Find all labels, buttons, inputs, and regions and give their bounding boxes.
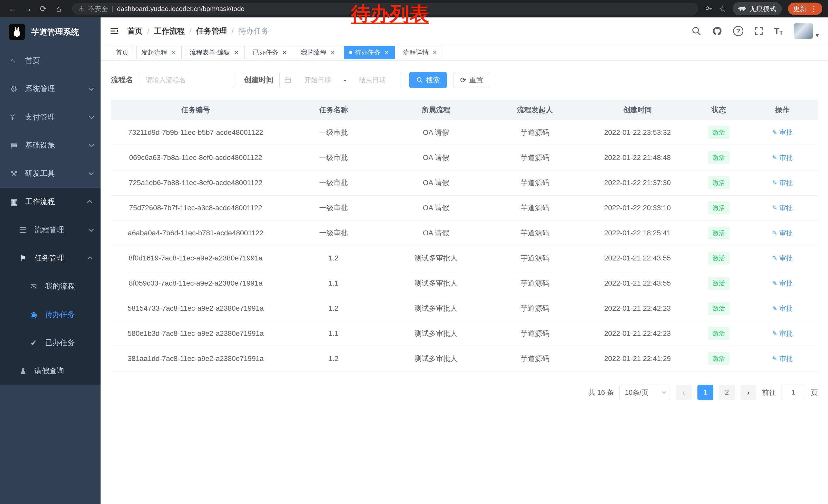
task-process-cell: 测试多审批人: [386, 296, 486, 321]
browser-back-icon[interactable]: ←: [6, 4, 19, 13]
tab-close-icon[interactable]: ×: [281, 49, 288, 56]
sidebar-item-label: 流程管理: [34, 225, 89, 235]
approve-link[interactable]: ✎ 审批: [772, 229, 793, 238]
app-shell: 芋道管理系统 ⌂ 首页 ⚙ 系统管理 ¥ 支付管理 ▤ 基础设施: [0, 17, 828, 504]
tab-close-icon[interactable]: ×: [170, 49, 177, 56]
tab-close-icon[interactable]: ×: [431, 49, 439, 56]
approve-link[interactable]: ✎ 审批: [772, 329, 793, 338]
sidebar-item-dev-tools[interactable]: ⚒ 研发工具: [0, 159, 100, 188]
page-size-select[interactable]: 10条/页: [619, 385, 670, 400]
github-icon[interactable]: [712, 26, 722, 36]
help-icon[interactable]: ?: [733, 26, 743, 36]
task-action-cell: ✎ 审批: [747, 120, 818, 145]
date-range-picker[interactable]: 开始日期 - 结束日期: [279, 72, 402, 88]
search-icon[interactable]: [692, 26, 701, 36]
search-button[interactable]: 搜索: [409, 72, 447, 88]
approve-link[interactable]: ✎ 审批: [772, 178, 793, 187]
col-header-process: 所属流程: [386, 100, 486, 120]
approve-link[interactable]: ✎ 审批: [772, 203, 793, 213]
sidebar-item-payment-mgmt[interactable]: ¥ 支付管理: [0, 103, 100, 131]
tab-close-icon[interactable]: ×: [233, 49, 240, 56]
task-created-cell: 2022-01-21 22:42:23: [584, 296, 690, 321]
page-button-2[interactable]: 2: [719, 385, 735, 400]
end-date-placeholder[interactable]: 结束日期: [347, 76, 397, 85]
task-status-cell: 激活: [691, 221, 747, 245]
browser-menu-icon[interactable]: ⋮: [810, 5, 817, 13]
tab-home[interactable]: 首页: [111, 46, 133, 59]
breadcrumb-workflow[interactable]: 工作流程: [154, 26, 185, 36]
sidebar-item-system-mgmt[interactable]: ⚙ 系统管理: [0, 75, 100, 103]
task-table-body: 73211d9d-7b9b-11ec-b5b7-acde48001122 一级审…: [111, 120, 818, 371]
prev-page-button[interactable]: ‹: [676, 385, 692, 400]
tab-close-icon[interactable]: ×: [383, 49, 390, 56]
approve-link[interactable]: ✎ 审批: [772, 279, 793, 288]
reset-button[interactable]: ⟳ 重置: [453, 72, 490, 88]
breadcrumb-task-mgmt[interactable]: 任务管理: [196, 26, 227, 36]
goto-page-input[interactable]: [782, 385, 805, 400]
page-button-1[interactable]: 1: [697, 385, 713, 400]
sidebar-item-home[interactable]: ⌂ 首页: [0, 47, 100, 75]
browser-forward-icon[interactable]: →: [21, 4, 35, 13]
tab-form-edit[interactable]: 流程表单-编辑 ×: [185, 46, 245, 59]
task-status-cell: 激活: [691, 245, 747, 271]
tab-todo-tasks[interactable]: 待办任务 ×: [344, 46, 395, 59]
password-key-icon[interactable]: [705, 4, 713, 13]
approve-link[interactable]: ✎ 审批: [772, 128, 793, 137]
tab-close-icon[interactable]: ×: [329, 49, 336, 56]
bookmark-star-icon[interactable]: ☆: [719, 4, 727, 13]
tab-start-process[interactable]: 发起流程 ×: [136, 46, 181, 59]
page-content: 流程名 创建时间 开始日期 - 结束日期: [100, 60, 828, 416]
sidebar-menu: ⌂ 首页 ⚙ 系统管理 ¥ 支付管理 ▤ 基础设施 ⚒ 研发工具: [0, 47, 100, 385]
next-page-button[interactable]: ›: [741, 385, 756, 400]
address-bar[interactable]: ⚠ 不安全 | dashboard.yudao.iocoder.cn/bpm/t…: [72, 3, 699, 15]
task-name-cell: 1.2: [280, 245, 386, 271]
tab-process-detail[interactable]: 流程详情 ×: [398, 46, 443, 59]
task-process-cell: 测试多审批人: [386, 346, 486, 371]
approve-label: 审批: [779, 354, 793, 363]
sidebar-item-process-mgmt[interactable]: ☰ 流程管理: [0, 216, 100, 244]
task-action-cell: ✎ 审批: [747, 346, 818, 371]
sidebar-item-workflow[interactable]: ▦ 工作流程: [0, 188, 100, 216]
avatar[interactable]: [794, 23, 813, 39]
start-date-placeholder[interactable]: 开始日期: [293, 76, 342, 85]
search-icon: [416, 77, 423, 83]
approve-link[interactable]: ✎ 审批: [772, 254, 793, 263]
browser-chrome: ← → ⟳ ⌂ ⚠ 不安全 | dashboard.yudao.iocoder.…: [0, 0, 828, 17]
security-warning-icon[interactable]: ⚠: [79, 5, 84, 13]
user-menu[interactable]: ▾: [794, 23, 819, 39]
sidebar-item-todo-tasks[interactable]: ◉ 待办任务: [0, 301, 100, 329]
task-action-cell: ✎ 审批: [747, 321, 818, 346]
sidebar-item-my-processes[interactable]: ✉ 我的流程: [0, 272, 100, 301]
security-label: 不安全: [88, 4, 108, 13]
task-created-cell: 2022-01-21 22:43:55: [584, 245, 690, 271]
sidebar-item-label: 工作流程: [25, 197, 89, 207]
collapse-sidebar-icon[interactable]: [109, 26, 120, 36]
sidebar-item-done-tasks[interactable]: ✔ 已办任务: [0, 329, 100, 357]
task-initiator-cell: 芋道源码: [486, 221, 585, 245]
sidebar-item-leave-query[interactable]: ♟ 请假查询: [0, 357, 100, 385]
approve-link[interactable]: ✎ 审批: [772, 304, 793, 313]
sidebar-item-task-mgmt[interactable]: ⚑ 任务管理: [0, 244, 100, 272]
fullscreen-icon[interactable]: [754, 27, 763, 36]
breadcrumb-home[interactable]: 首页: [127, 26, 142, 36]
tab-my-processes[interactable]: 我的流程 ×: [296, 46, 341, 59]
list-icon: ☰: [19, 225, 31, 235]
browser-reload-icon[interactable]: ⟳: [36, 4, 50, 13]
process-name-input[interactable]: [139, 72, 234, 88]
table-row: 8f0d1619-7ac8-11ec-a9e2-a2380e71991a 1.2…: [111, 245, 818, 271]
tab-done-tasks[interactable]: 已办任务 ×: [248, 46, 293, 59]
approve-link[interactable]: ✎ 审批: [772, 153, 793, 162]
tab-label: 我的流程: [301, 48, 327, 57]
col-header-created: 创建时间: [584, 100, 690, 120]
task-process-cell: 测试多审批人: [386, 321, 486, 346]
font-size-icon[interactable]: TT: [774, 26, 783, 36]
browser-update-button[interactable]: 更新 ⋮: [788, 3, 822, 15]
sidebar-item-infrastructure[interactable]: ▤ 基础设施: [0, 131, 100, 159]
task-status-cell: 激活: [691, 145, 747, 170]
tab-label: 发起流程: [141, 48, 167, 57]
approve-link[interactable]: ✎ 审批: [772, 354, 793, 363]
browser-home-icon[interactable]: ⌂: [52, 4, 66, 13]
task-process-cell: OA 请假: [386, 221, 486, 245]
task-initiator-cell: 芋道源码: [486, 271, 585, 296]
chevron-down-icon: [89, 142, 94, 147]
